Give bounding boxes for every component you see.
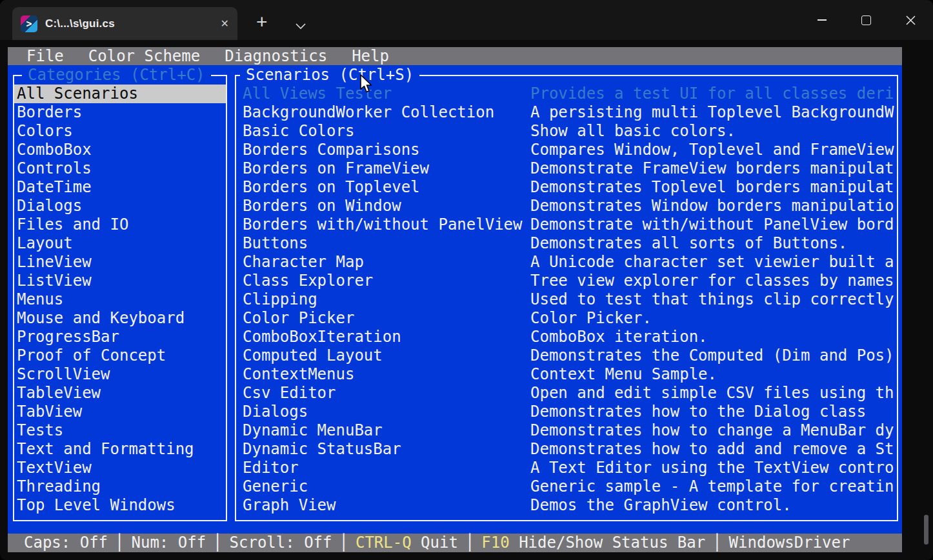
scenario-description: Open and edit simple CSV files using th bbox=[530, 384, 897, 403]
scenario-row[interactable]: GenericGeneric sample - A template for c… bbox=[236, 477, 897, 496]
status-item-caps-off: Caps: Off bbox=[24, 534, 108, 552]
category-row[interactable]: Borders bbox=[14, 103, 226, 122]
scenario-row[interactable]: Borders with/without PanelViewDemonstrat… bbox=[236, 215, 897, 234]
scenario-row[interactable]: Computed LayoutDemonstrates the Computed… bbox=[236, 346, 897, 365]
category-row[interactable]: Top Level Windows bbox=[14, 496, 226, 515]
scenario-name: Editor bbox=[236, 459, 530, 477]
category-row[interactable]: All Scenarios bbox=[14, 85, 226, 103]
scenario-description: Demonstrates the Computed (Dim and Pos) bbox=[530, 346, 897, 365]
scenario-name: Dynamic StatusBar bbox=[236, 440, 530, 459]
scenario-row[interactable]: ButtonsDemonstrates all sorts of Buttons… bbox=[236, 234, 897, 253]
category-row[interactable]: Text and Formatting bbox=[14, 440, 226, 459]
scenario-description: Color Picker. bbox=[530, 309, 897, 328]
category-row[interactable]: ComboBox bbox=[14, 141, 226, 159]
scenario-row[interactable]: Csv EditorOpen and edit simple CSV files… bbox=[236, 384, 897, 403]
scenario-name: Basic Colors bbox=[236, 122, 530, 141]
minimize-icon bbox=[818, 19, 827, 21]
scenario-description: Demonstrates Window borders manipulatio bbox=[530, 197, 897, 215]
terminal-content: FileColor SchemeDiagnosticsHelp Categori… bbox=[8, 40, 902, 552]
scenario-description: Tree view explorer for classes by names bbox=[530, 272, 897, 290]
categories-frame-title: Categories (Ctrl+C) bbox=[22, 65, 211, 85]
category-row[interactable]: Menus bbox=[14, 290, 226, 309]
mouse-cursor bbox=[359, 74, 375, 97]
scenario-description: Demonstrates Toplevel borders manipulat bbox=[530, 178, 897, 197]
status-hotkey: F10 bbox=[481, 534, 519, 552]
scenario-name: All Views Tester bbox=[236, 85, 530, 103]
maximize-icon bbox=[861, 15, 871, 25]
scenario-row[interactable]: Dynamic MenuBarDemonstrates how to chang… bbox=[236, 421, 897, 440]
category-row[interactable]: Files and IO bbox=[14, 215, 226, 234]
scenario-row[interactable]: ClippingUsed to test that things clip co… bbox=[236, 290, 897, 309]
scenario-name: Class Explorer bbox=[236, 272, 530, 290]
category-row[interactable]: Colors bbox=[14, 122, 226, 141]
scenario-name: BackgroundWorker Collection bbox=[236, 103, 530, 122]
scenario-row[interactable]: ContextMenusContext Menu Sample. bbox=[236, 365, 897, 384]
scenario-description: Demonstrates all sorts of Buttons. bbox=[530, 234, 897, 253]
category-row[interactable]: Layout bbox=[14, 234, 226, 253]
scenario-name: Buttons bbox=[236, 234, 530, 253]
menu-item-help[interactable]: Help bbox=[352, 47, 389, 65]
scenario-row[interactable]: Borders on WindowDemonstrates Window bor… bbox=[236, 197, 897, 215]
scenario-row[interactable]: Character MapA Unicode character set vie… bbox=[236, 253, 897, 272]
category-row[interactable]: TableView bbox=[14, 384, 226, 403]
scenario-row[interactable]: Borders on ToplevelDemonstrates Toplevel… bbox=[236, 178, 897, 197]
scenarios-frame: Scenarios (Ctrl+S) All Views TesterProvi… bbox=[235, 75, 898, 521]
title-bar: > C:\...\s\gui.cs ✕ + bbox=[0, 0, 933, 40]
category-row[interactable]: Dialogs bbox=[14, 197, 226, 215]
tab-close-icon[interactable]: ✕ bbox=[221, 17, 229, 30]
scenario-row[interactable]: BackgroundWorker CollectionA persisting … bbox=[236, 103, 897, 122]
scenario-row[interactable]: Dynamic StatusBarDemonstrates how to add… bbox=[236, 440, 897, 459]
scenario-row[interactable]: Borders on FrameViewDemonstrate FrameVie… bbox=[236, 159, 897, 178]
scenario-row[interactable]: Borders ComparisonsCompares Window, Topl… bbox=[236, 141, 897, 159]
scenario-description: Generic sample - A template for creatin bbox=[530, 477, 897, 496]
menu-item-file[interactable]: File bbox=[26, 47, 64, 65]
tab-title: C:\...\s\gui.cs bbox=[45, 17, 115, 30]
category-row[interactable]: Controls bbox=[14, 159, 226, 178]
maximize-button[interactable] bbox=[844, 0, 888, 40]
category-row[interactable]: Tests bbox=[14, 421, 226, 440]
terminal-tab[interactable]: > C:\...\s\gui.cs ✕ bbox=[12, 7, 237, 40]
status-item-quit[interactable]: CTRL-Q Quit bbox=[356, 534, 458, 552]
status-item-hide-show-status-bar[interactable]: F10 Hide/Show Status Bar bbox=[481, 534, 705, 552]
category-row[interactable]: DateTime bbox=[14, 178, 226, 197]
scenario-row[interactable]: Class ExplorerTree view explorer for cla… bbox=[236, 272, 897, 290]
scenarios-list: All Views TesterProvides a test UI for a… bbox=[236, 85, 897, 520]
category-row[interactable]: Proof of Concept bbox=[14, 346, 226, 365]
scenario-row[interactable]: Basic ColorsShow all basic colors. bbox=[236, 122, 897, 141]
scenario-name: Computed Layout bbox=[236, 346, 530, 365]
scenario-description: A Unicode character set viewier built a bbox=[530, 253, 897, 272]
category-row[interactable]: TabView bbox=[14, 403, 226, 421]
close-icon bbox=[906, 15, 916, 25]
new-tab-button[interactable]: + bbox=[256, 11, 268, 33]
menu-item-diagnostics[interactable]: Diagnostics bbox=[225, 47, 327, 65]
close-button[interactable] bbox=[888, 0, 933, 40]
category-row[interactable]: Mouse and Keyboard bbox=[14, 309, 226, 328]
category-row[interactable]: LineView bbox=[14, 253, 226, 272]
scenario-row[interactable]: EditorA Text Editor using the TextView c… bbox=[236, 459, 897, 477]
scenario-row[interactable]: DialogsDemonstrates how to the Dialog cl… bbox=[236, 403, 897, 421]
scenario-description: Demonstrate with/without PanelView bord bbox=[530, 215, 897, 234]
scenario-description: Demonstrates how to change a MenuBar dy bbox=[530, 421, 897, 440]
scenario-name: ComboBoxIteration bbox=[236, 328, 530, 346]
menu-item-color-scheme[interactable]: Color Scheme bbox=[88, 47, 200, 65]
scrollbar-thumb[interactable] bbox=[924, 515, 928, 545]
scenario-name: Csv Editor bbox=[236, 384, 530, 403]
category-row[interactable]: ProgressBar bbox=[14, 328, 226, 346]
scenario-row[interactable]: Color PickerColor Picker. bbox=[236, 309, 897, 328]
scenario-row[interactable]: ComboBoxIterationComboBox iteration. bbox=[236, 328, 897, 346]
status-item-num-off: Num: Off bbox=[132, 534, 206, 552]
category-row[interactable]: Threading bbox=[14, 477, 226, 496]
categories-frame: Categories (Ctrl+C) All ScenariosBorders… bbox=[13, 75, 227, 521]
status-separator: │ bbox=[712, 534, 721, 552]
scenario-name: ContextMenus bbox=[236, 365, 530, 384]
category-row[interactable]: TextView bbox=[14, 459, 226, 477]
minimize-button[interactable] bbox=[799, 0, 844, 40]
category-row[interactable]: ScrollView bbox=[14, 365, 226, 384]
category-row[interactable]: ListView bbox=[14, 272, 226, 290]
scenario-row[interactable]: Graph ViewDemos the GraphView control. bbox=[236, 496, 897, 515]
scenario-description: A persisting multi Toplevel BackgroundW bbox=[530, 103, 897, 122]
scenario-description: ComboBox iteration. bbox=[530, 328, 897, 346]
scenario-name: Borders on FrameView bbox=[236, 159, 530, 178]
scenario-row[interactable]: All Views TesterProvides a test UI for a… bbox=[236, 85, 897, 103]
tab-dropdown-icon[interactable] bbox=[296, 20, 306, 32]
